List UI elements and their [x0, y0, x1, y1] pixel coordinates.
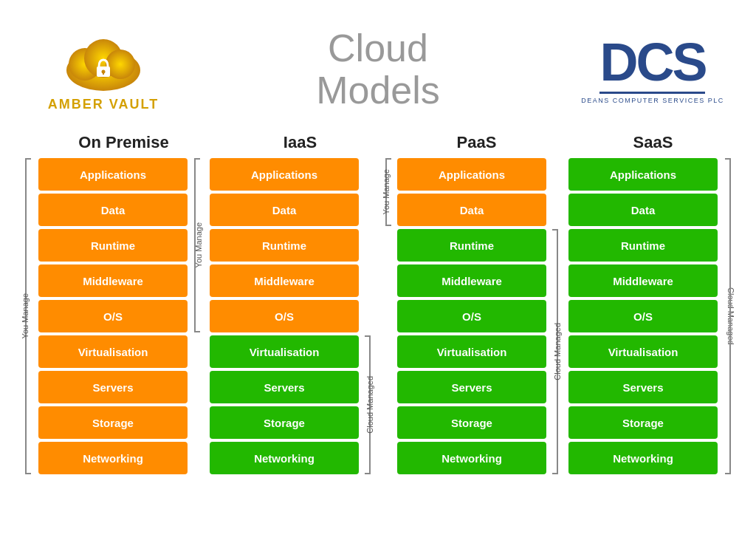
paas-cloud-managed-bracket-area: Cloud Managed	[549, 158, 566, 474]
list-item: Runtime	[38, 229, 188, 262]
column-paas: Applications Data Runtime Middleware O/S…	[394, 158, 549, 474]
list-item: Middleware	[38, 264, 188, 297]
column-on-premise: Applications Data Runtime Middleware O/S…	[35, 158, 190, 474]
column-saas: Applications Data Runtime Middleware O/S…	[566, 158, 721, 474]
list-item: O/S	[397, 300, 546, 332]
list-item: Servers	[210, 371, 359, 403]
list-item: Applications	[210, 158, 359, 191]
cloud-models-grid: On Premise IaaS PaaS SaaS You Manage App…	[0, 133, 756, 474]
list-item: Data	[210, 194, 359, 226]
amber-vault-label: AMBER VAULT	[48, 97, 159, 112]
list-item: Middleware	[397, 264, 546, 297]
iaas-you-manage-label: You Manage	[194, 222, 203, 267]
on-premise-you-manage-label: You Manage	[21, 293, 30, 338]
list-item: Applications	[397, 158, 546, 191]
list-item: Middleware	[210, 264, 359, 297]
list-item: Networking	[397, 442, 546, 474]
list-item: O/S	[568, 300, 718, 332]
paas-cloud-managed-label: Cloud Managed	[553, 323, 562, 380]
iaas-cloud-managed-label: Cloud Managed	[365, 376, 374, 434]
list-item: Storage	[210, 406, 359, 439]
col-header-paas: PaaS	[388, 133, 565, 152]
column-iaas: Applications Data Runtime Middleware O/S…	[207, 158, 362, 474]
saas-cloud-managed-bracket	[725, 158, 731, 474]
iaas-cloud-managed-bracket-area: Cloud Managed	[362, 158, 378, 474]
list-item: Virtualisation	[210, 335, 359, 368]
list-item: Runtime	[210, 229, 359, 262]
col-header-on-premise: On Premise	[35, 133, 212, 152]
col-header-saas: SaaS	[565, 133, 741, 152]
list-item: Storage	[397, 406, 546, 439]
on-premise-left-bracket-area: You Manage	[15, 158, 35, 474]
dcs-logo: DCS DEANS COMPUTER SERVICES PLC	[579, 35, 726, 104]
list-item: Applications	[38, 158, 188, 191]
saas-stack: Applications Data Runtime Middleware O/S…	[568, 158, 718, 474]
iaas-stack: Applications Data Runtime Middleware O/S…	[210, 158, 359, 474]
paas-you-manage-bracket-area: You Manage	[378, 158, 394, 474]
list-item: Runtime	[568, 229, 718, 262]
on-premise-stack: Applications Data Runtime Middleware O/S…	[38, 158, 188, 474]
iaas-left-bracket-area: You Manage	[190, 158, 207, 474]
list-item: Virtualisation	[38, 335, 188, 368]
list-item: Virtualisation	[397, 335, 546, 368]
list-item: Applications	[568, 158, 718, 191]
list-item: Networking	[210, 442, 359, 474]
paas-stack: Applications Data Runtime Middleware O/S…	[397, 158, 546, 474]
dcs-letters: DCS	[599, 35, 705, 89]
list-item: Virtualisation	[568, 335, 718, 368]
list-item: Data	[568, 194, 718, 226]
list-item: Data	[38, 194, 188, 226]
list-item: O/S	[210, 300, 359, 332]
header: AMBER VAULT Cloud Models DCS DEANS COMPU…	[0, 0, 756, 133]
column-headers: On Premise IaaS PaaS SaaS	[35, 133, 741, 152]
list-item: Storage	[38, 406, 188, 439]
saas-cloud-managed-bracket-area: Cloud Managed	[721, 158, 741, 474]
page-title: Cloud Models	[316, 27, 440, 112]
list-item: Servers	[38, 371, 188, 403]
amber-vault-cloud-icon	[55, 27, 151, 94]
list-item: Networking	[38, 442, 188, 474]
list-item: O/S	[38, 300, 188, 332]
list-item: Networking	[568, 442, 718, 474]
col-header-iaas: IaaS	[212, 133, 388, 152]
list-item: Middleware	[568, 264, 718, 297]
paas-you-manage-label: You Manage	[382, 169, 391, 214]
list-item: Storage	[568, 406, 718, 439]
list-item: Servers	[568, 371, 718, 403]
amber-vault-logo: AMBER VAULT	[30, 27, 177, 112]
list-item: Servers	[397, 371, 546, 403]
list-item: Data	[397, 194, 546, 226]
grid-body: You Manage Applications Data Runtime Mid…	[15, 158, 741, 474]
dcs-tagline: DEANS COMPUTER SERVICES PLC	[581, 97, 724, 104]
svg-rect-6	[103, 72, 104, 75]
list-item: Runtime	[397, 229, 546, 262]
title-text: Cloud Models	[316, 27, 440, 112]
